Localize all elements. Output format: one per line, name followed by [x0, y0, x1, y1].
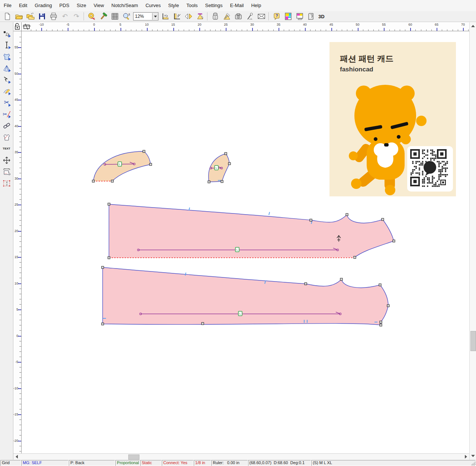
flyout-arrow-icon[interactable] — [9, 104, 12, 107]
menu-edit[interactable]: Edit — [15, 0, 31, 11]
flyout-arrow-icon[interactable] — [9, 58, 12, 61]
cut-piece-tool[interactable]: ✂╱ — [1, 108, 13, 120]
select-tool[interactable] — [1, 28, 13, 39]
redo-button[interactable]: ↷ — [71, 12, 82, 22]
line-tool[interactable] — [1, 39, 13, 51]
menu-help[interactable]: Help — [247, 0, 265, 11]
rotate-fold-button[interactable] — [194, 12, 205, 22]
selection-handle[interactable] — [102, 323, 104, 325]
garment-edit-tool[interactable] — [1, 131, 13, 143]
unlock-icon[interactable] — [13, 22, 21, 30]
measure-tape-button[interactable] — [86, 12, 97, 22]
menu-grading[interactable]: Grading — [31, 0, 55, 11]
flyout-arrow-icon[interactable] — [9, 46, 12, 49]
plan-view-icon[interactable] — [23, 23, 31, 30]
selection-handle[interactable] — [379, 284, 381, 286]
selection-handle[interactable] — [108, 203, 110, 205]
undo-button[interactable]: ↶ — [60, 12, 70, 22]
flyout-arrow-icon[interactable] — [9, 92, 12, 95]
zoom-dropdown-arrow[interactable] — [152, 13, 158, 20]
zoom-tool-button[interactable]: ± — [121, 12, 132, 22]
mirror-button[interactable] — [183, 12, 194, 22]
drawing-canvas[interactable]: LLLL — [22, 31, 469, 453]
pattern-piece-band-left[interactable]: L — [92, 150, 152, 182]
selection-handle[interactable] — [111, 180, 113, 182]
menu-tools[interactable]: Tools — [183, 0, 201, 11]
print-button[interactable] — [48, 12, 59, 22]
selection-handle[interactable] — [354, 256, 356, 258]
pattern-piece-body-lower[interactable]: L — [102, 266, 389, 326]
zoom-level-combobox[interactable]: 12% — [133, 12, 158, 20]
flyout-arrow-icon[interactable] — [9, 35, 12, 38]
vertical-scroll-thumb[interactable] — [470, 331, 476, 351]
menu-view[interactable]: View — [90, 0, 108, 11]
selection-handle[interactable] — [382, 218, 384, 221]
notch-hammer-button[interactable] — [221, 12, 232, 22]
copy-measure-tool[interactable] — [1, 166, 13, 177]
menu-size[interactable]: Size — [73, 0, 90, 11]
selection-handle[interactable] — [143, 150, 145, 152]
selection-handle[interactable] — [108, 257, 110, 259]
menu-file[interactable]: File — [0, 0, 15, 11]
view-3d-button[interactable]: 3D — [318, 14, 325, 19]
selection-handle[interactable] — [380, 321, 382, 323]
walk-door-button[interactable] — [306, 12, 316, 22]
menu-style[interactable]: Style — [164, 0, 183, 11]
flip-x-button[interactable]: x — [160, 12, 171, 22]
selection-handle[interactable] — [305, 283, 307, 285]
selection-handle[interactable] — [228, 163, 231, 165]
selection-handle[interactable] — [92, 180, 94, 182]
horizontal-ruler[interactable]: -10-50510152025303540455055606570 — [22, 22, 469, 31]
selection-handle[interactable] — [310, 219, 312, 221]
flyout-arrow-icon[interactable] — [9, 69, 12, 72]
camera-button[interactable] — [233, 12, 244, 22]
curve-pencil-tool[interactable] — [1, 85, 13, 97]
menu-settings[interactable]: Settings — [202, 0, 226, 11]
flyout-arrow-icon[interactable] — [9, 81, 12, 84]
pattern-piece-body-upper[interactable]: L — [108, 203, 395, 259]
menu-e-mail[interactable]: E-Mail — [226, 0, 248, 11]
scroll-down-button[interactable] — [470, 453, 476, 459]
menu-curves[interactable]: Curves — [142, 0, 164, 11]
screen-layout-1-button[interactable] — [283, 12, 293, 22]
selection-handle[interactable] — [202, 322, 204, 325]
horizontal-scrollbar[interactable] — [13, 453, 469, 460]
scroll-right-button[interactable] — [463, 454, 469, 459]
screen-layout-2-button[interactable] — [294, 12, 305, 22]
resize-grip[interactable] — [471, 461, 476, 466]
vertical-scrollbar[interactable] — [469, 22, 476, 460]
scroll-left-button[interactable] — [14, 454, 19, 459]
scissors-tool[interactable]: ✂ — [1, 97, 13, 108]
scroll-up-button[interactable] — [470, 23, 476, 29]
text-tool[interactable]: TEXT — [1, 143, 13, 154]
pattern-piece-tool[interactable] — [1, 51, 13, 62]
xy-measure-tool[interactable]: XY — [1, 177, 13, 189]
menu-pds[interactable]: PDS — [56, 0, 73, 11]
new-file-button[interactable] — [2, 12, 13, 22]
pick-tool[interactable] — [1, 74, 13, 85]
open-pattern-button[interactable] — [25, 12, 36, 22]
help-button[interactable]: ? — [271, 12, 282, 22]
move-tool[interactable] — [1, 154, 13, 166]
save-file-button[interactable] — [36, 12, 47, 22]
selection-handle[interactable] — [346, 213, 348, 216]
grid-table-button[interactable] — [109, 12, 120, 22]
menu-notch-seam[interactable]: Notch/Seam — [108, 0, 142, 11]
selection-handle[interactable] — [393, 240, 395, 242]
selection-handle[interactable] — [221, 180, 223, 183]
open-file-button[interactable] — [13, 12, 24, 22]
join-link-tool[interactable] — [1, 120, 13, 131]
flyout-arrow-icon[interactable] — [9, 115, 12, 118]
selection-handle[interactable] — [102, 266, 104, 269]
horizontal-scroll-thumb[interactable] — [128, 454, 139, 460]
hammer-tool-button[interactable] — [98, 12, 109, 22]
selection-handle[interactable] — [380, 324, 382, 326]
selection-handle[interactable] — [225, 152, 227, 155]
grade-lock-button[interactable] — [210, 12, 221, 22]
email-button[interactable] — [256, 12, 267, 22]
selection-handle[interactable] — [387, 305, 389, 307]
selection-handle[interactable] — [208, 181, 210, 183]
pattern-piece-band-right[interactable]: L — [208, 152, 231, 183]
selection-handle[interactable] — [340, 278, 342, 280]
plot-pen-button[interactable] — [244, 12, 255, 22]
